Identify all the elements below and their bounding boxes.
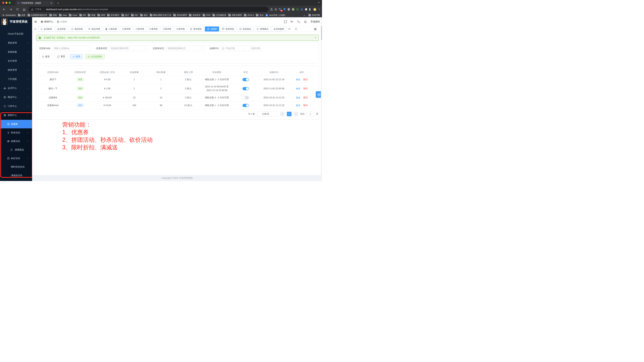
- tab-4[interactable]: 订单列表: [103, 27, 119, 32]
- sidebar-item-0[interactable]: Cloud 开发文档: [0, 29, 32, 39]
- tab-12[interactable]: 秒杀时段: [220, 27, 236, 32]
- tags-menu-grid-icon[interactable]: [314, 26, 316, 32]
- page-scrollbar[interactable]: [321, 17, 322, 181]
- tab-14[interactable]: 拼团商品: [254, 27, 270, 32]
- delete-link[interactable]: 删除: [303, 87, 308, 90]
- bookmark-star-icon[interactable]: [274, 8, 277, 11]
- sidebar-item-8[interactable]: 订单中心: [0, 102, 32, 111]
- close-window-button[interactable]: [2, 2, 4, 4]
- next-page-button[interactable]: [294, 112, 298, 116]
- sidebar-item-11[interactable]: 秒杀活动: [0, 128, 32, 137]
- page-1-button[interactable]: 1: [287, 112, 292, 116]
- bookmark-folder-11[interactable]: 项目: [140, 14, 148, 17]
- bookmark-folder-10[interactable]: IDE: [131, 14, 138, 16]
- collapse-sidebar-icon[interactable]: [34, 20, 37, 23]
- bookmark-folder-1[interactable]: 近期需要读的文章: [28, 14, 47, 17]
- bookmark-folder-5[interactable]: DB: [79, 14, 86, 16]
- member-coupon-button[interactable]: 会员优惠券: [85, 54, 104, 59]
- tab-5[interactable]: 订单详情: [120, 27, 132, 32]
- search-button[interactable]: 搜索: [39, 54, 52, 59]
- bookmark-folder-4[interactable]: Linux: [69, 14, 77, 16]
- prev-page-button[interactable]: [280, 112, 284, 116]
- tab-9[interactable]: 订单详情: [174, 27, 187, 32]
- locale-icon[interactable]: 文A: [297, 20, 300, 23]
- tab-0[interactable]: 会员标签: [38, 27, 54, 32]
- puzzle-icon[interactable]: [305, 8, 308, 11]
- bookmark-folder-15[interactable]: PHP: [202, 14, 210, 16]
- stack-extension-icon[interactable]: [300, 8, 303, 11]
- bookmark-java-dev[interactable]: BJava开发 | 小组首...: [266, 14, 287, 17]
- edit-link[interactable]: 修改: [296, 78, 300, 81]
- address-bar[interactable]: 不安全 | dashboard-vue3.yudao.iocoder.cn/pr…: [28, 7, 268, 12]
- tab-11[interactable]: 优惠券: [205, 27, 219, 32]
- tab-search-chevron-icon[interactable]: [318, 1, 320, 4]
- kebab-menu-icon[interactable]: [318, 8, 321, 11]
- split-screen-icon[interactable]: [309, 8, 312, 11]
- bookmark-folder-7[interactable]: 游戏: [98, 14, 105, 17]
- bookmark-folder-13[interactable]: 资讯未整理: [173, 14, 187, 17]
- bookmark-folder-18[interactable]: 2014-4: [244, 14, 254, 16]
- coupon-name-input[interactable]: 请输入优惠券名: [52, 46, 91, 51]
- delete-link[interactable]: 删除: [303, 96, 308, 99]
- status-switch[interactable]: [242, 96, 249, 99]
- new-tab-button[interactable]: +: [56, 1, 60, 5]
- sidebar-item-7[interactable]: 商品中心: [0, 93, 32, 102]
- tags-scroll-right-icon[interactable]: [286, 27, 293, 32]
- tab-1[interactable]: 会员详情: [55, 27, 68, 32]
- not-secure-warning-icon[interactable]: [31, 8, 34, 11]
- recorder-extension-icon[interactable]: [292, 8, 294, 11]
- status-switch[interactable]: [242, 87, 249, 90]
- status-switch[interactable]: [242, 104, 249, 107]
- bookmark-folder-19[interactable]: 生活: [256, 14, 264, 17]
- tab-10[interactable]: 售后退款: [188, 27, 204, 32]
- tab-7[interactable]: 订单详情: [147, 27, 160, 32]
- bookmark-folder-0[interactable]: 运营: [18, 14, 26, 17]
- window-controls[interactable]: [2, 2, 11, 4]
- other-bookmarks-folder[interactable]: 其他书签: [308, 14, 320, 17]
- sidebar-item-14[interactable]: 砍价活动: [0, 154, 32, 163]
- back-button[interactable]: [2, 7, 6, 12]
- bookmark-folder-12[interactable]: 网站/博客/文章/工具: [150, 14, 171, 17]
- sidebar-item-9[interactable]: 营销中心: [0, 111, 32, 120]
- tab-13[interactable]: 秒杀商品: [237, 27, 253, 32]
- fullscreen-icon[interactable]: [284, 20, 287, 23]
- minimize-window-button[interactable]: [6, 2, 8, 4]
- tags-refresh-icon[interactable]: [293, 27, 299, 32]
- goto-page-input[interactable]: 1: [306, 112, 315, 116]
- share-icon[interactable]: [270, 8, 273, 11]
- bookmark-folder-17[interactable]: 博客未整理: [228, 14, 242, 17]
- breadcrumb-marketing[interactable]: 营销中心: [44, 20, 53, 23]
- reset-button[interactable]: 重置: [54, 54, 68, 59]
- create-time-range-picker[interactable]: 开始日期 – 结束日期: [220, 46, 262, 51]
- emoji-extension-icon[interactable]: [313, 8, 316, 11]
- tab-6[interactable]: 订单详情: [134, 27, 146, 32]
- star-extension-icon[interactable]: [296, 8, 299, 11]
- command-extension-icon[interactable]: [287, 8, 290, 11]
- browser-tab[interactable]: 芋道管理系统 - 优惠券 ✕: [16, 1, 54, 6]
- bookmark-folder-9[interactable]: 设计: [122, 14, 129, 17]
- sidebar-item-13[interactable]: 拼团商品: [0, 146, 32, 154]
- sidebar-item-1[interactable]: 系统管理: [0, 39, 32, 48]
- sidebar-item-2[interactable]: 基础设施: [0, 48, 32, 57]
- sidebar-item-10[interactable]: 优惠券: [0, 120, 32, 128]
- alert-close-icon[interactable]: ✕: [314, 36, 316, 39]
- edit-link[interactable]: 修改: [296, 104, 300, 107]
- sidebar-item-3[interactable]: 支付管理: [0, 57, 32, 66]
- sidebar-item-6[interactable]: 会员中心: [0, 84, 32, 93]
- sidebar-item-15[interactable]: 限时折扣活动: [0, 163, 32, 171]
- tab-15[interactable]: 会员优惠券: [272, 27, 286, 32]
- edit-link[interactable]: 修改: [296, 87, 300, 90]
- add-button[interactable]: 新增: [70, 54, 83, 59]
- reload-button[interactable]: [15, 7, 20, 12]
- scrollbar-thumb[interactable]: [321, 26, 322, 40]
- sidebar-item-4[interactable]: 报表管理: [0, 66, 32, 75]
- page-size-select[interactable]: 10条/页: [257, 111, 278, 117]
- tab-2[interactable]: 商品列表: [69, 27, 85, 32]
- bookmark-folder-3[interactable]: Java: [59, 14, 67, 16]
- close-tab-icon[interactable]: ✕: [50, 2, 53, 5]
- bookmarks-manager[interactable]: Bookmarks: [2, 14, 16, 17]
- status-switch[interactable]: [242, 78, 249, 81]
- sidebar-item-5[interactable]: 工作流程: [0, 75, 32, 84]
- edit-link[interactable]: 修改: [296, 96, 300, 99]
- extensions-badge-icon[interactable]: 12: [279, 8, 282, 11]
